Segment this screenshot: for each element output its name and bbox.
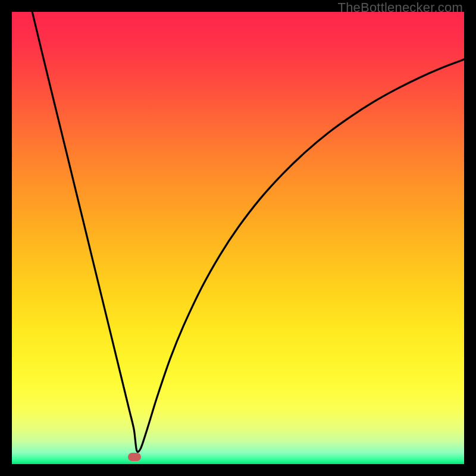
bottleneck-curve bbox=[12, 12, 464, 464]
curve-path bbox=[32, 12, 464, 452]
plot-area bbox=[12, 12, 464, 464]
optimal-point-marker bbox=[128, 453, 141, 461]
attribution-label: TheBottlenecker.com bbox=[338, 0, 463, 15]
chart-frame: TheBottlenecker.com bbox=[0, 0, 476, 476]
